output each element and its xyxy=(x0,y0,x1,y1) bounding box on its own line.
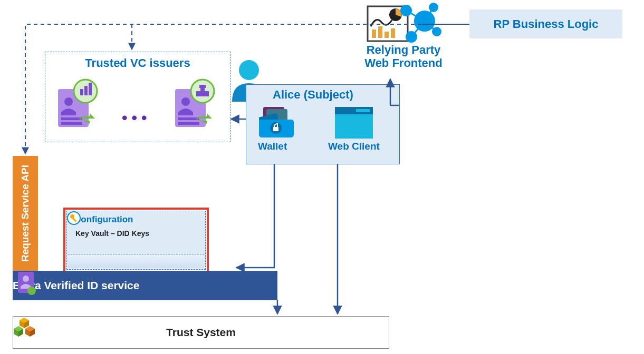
cubes-icon xyxy=(13,317,35,338)
svg-line-13 xyxy=(425,7,434,21)
svg-rect-26 xyxy=(89,83,92,95)
svg-point-23 xyxy=(74,80,97,103)
alice-title: Alice (Subject) xyxy=(273,88,399,102)
rp-business-logic-label: RP Business Logic xyxy=(494,17,599,31)
diagram-canvas: RP Business Logic Relying Party Web Fron… xyxy=(0,0,644,354)
svg-rect-29 xyxy=(178,117,199,120)
trusted-vc-issuers-box: Trusted VC issuers ••• xyxy=(45,52,230,142)
svg-point-39 xyxy=(270,122,282,134)
svg-rect-34 xyxy=(198,88,200,91)
wallet-icon xyxy=(257,106,294,137)
entra-service-label: Entra Verified ID service xyxy=(13,279,139,292)
svg-point-16 xyxy=(429,3,438,12)
request-service-api-bar: Request Service API xyxy=(13,156,38,271)
alice-subject-box: Alice (Subject) Wallet Web Client xyxy=(246,84,400,164)
ellipsis-icon: ••• xyxy=(122,109,151,127)
trust-system-label: Trust System xyxy=(166,326,236,339)
trust-system-box: Trust System xyxy=(13,316,389,349)
svg-rect-30 xyxy=(178,122,199,125)
wallet-label: Wallet xyxy=(258,141,287,152)
entra-service-bar: Entra Verified ID service xyxy=(13,271,277,300)
svg-rect-37 xyxy=(263,107,284,119)
relying-party-line2: Web Frontend xyxy=(345,56,462,70)
svg-rect-21 xyxy=(61,117,82,120)
browser-icon xyxy=(335,107,373,139)
svg-point-36 xyxy=(239,60,259,80)
svg-rect-4 xyxy=(385,32,389,38)
svg-line-10 xyxy=(406,11,425,21)
rp-business-logic-box: RP Business Logic xyxy=(469,9,622,38)
svg-point-28 xyxy=(181,97,190,106)
svg-rect-3 xyxy=(378,26,382,38)
graph-icon xyxy=(396,0,443,45)
svg-rect-32 xyxy=(196,91,209,96)
svg-line-12 xyxy=(425,21,437,32)
svg-rect-33 xyxy=(199,85,206,91)
svg-rect-42 xyxy=(335,107,373,114)
chart-icon xyxy=(367,5,409,42)
svg-rect-38 xyxy=(266,109,287,121)
svg-line-6 xyxy=(406,11,425,21)
svg-rect-43 xyxy=(356,109,370,112)
svg-line-9 xyxy=(425,7,434,21)
configuration-title: Configuration xyxy=(74,214,133,225)
svg-rect-19 xyxy=(58,89,89,127)
svg-point-14 xyxy=(414,11,435,32)
svg-point-20 xyxy=(64,97,73,106)
svg-rect-0 xyxy=(368,6,408,41)
svg-line-11 xyxy=(411,21,425,37)
svg-line-7 xyxy=(411,21,425,37)
vc-card-icon xyxy=(55,77,102,130)
trusted-vc-issuers-title: Trusted VC issuers xyxy=(45,56,230,70)
request-service-api-label: Request Service API xyxy=(20,165,31,262)
svg-line-8 xyxy=(425,21,437,32)
svg-rect-22 xyxy=(61,122,82,125)
svg-point-31 xyxy=(191,80,214,103)
relying-party-web-frontend: Relying Party Web Frontend xyxy=(345,0,462,74)
svg-rect-27 xyxy=(175,89,206,127)
svg-point-18 xyxy=(432,27,441,36)
svg-rect-40 xyxy=(273,127,278,131)
svg-point-17 xyxy=(406,31,417,43)
svg-rect-41 xyxy=(335,107,373,139)
svg-rect-25 xyxy=(84,86,88,95)
svg-rect-2 xyxy=(372,30,376,38)
svg-point-1 xyxy=(389,8,402,21)
web-client-label: Web Client xyxy=(328,141,380,152)
key-vault-label: Key Vault – DID Keys xyxy=(75,229,149,238)
svg-rect-5 xyxy=(391,28,395,38)
configuration-box: Configuration Key Vault – DID Keys xyxy=(63,208,209,273)
relying-party-line1: Relying Party xyxy=(345,43,462,56)
vc-card-icon xyxy=(172,77,219,130)
svg-point-15 xyxy=(400,5,412,16)
svg-rect-35 xyxy=(205,88,207,91)
svg-rect-24 xyxy=(80,89,83,95)
